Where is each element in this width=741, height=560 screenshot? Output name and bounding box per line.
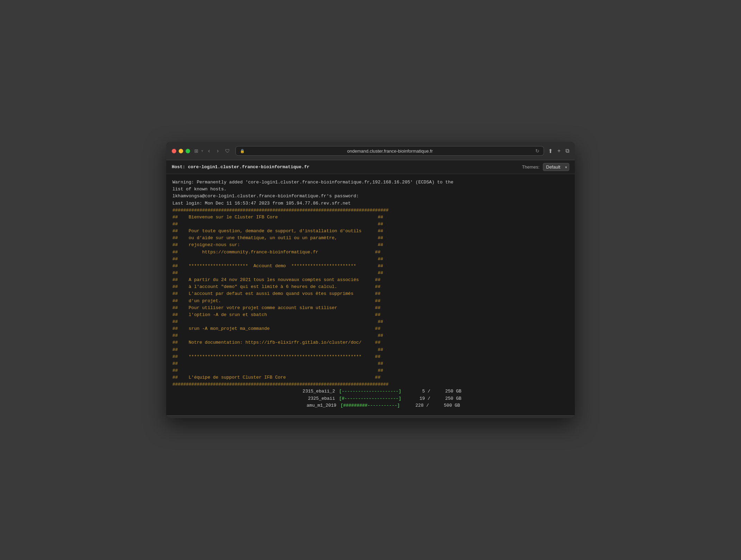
last-login-line: Last login: Mon Dec 11 16:53:47 2023 fro… xyxy=(172,200,569,207)
storage-total-3: 500 GB xyxy=(430,402,460,409)
hash-line-10: ## ## xyxy=(172,270,569,277)
browser-chrome: ⊞ ▾ ‹ › 🛡 🔒 ondemand.cluster.france-bioi… xyxy=(166,142,575,160)
hash-line-11: ## A partir du 24 nov 2021 tous les nouv… xyxy=(172,277,569,283)
sidebar-icon: ⊞ xyxy=(194,148,198,154)
hash-line-9: ## ********************** Account demo *… xyxy=(172,263,569,270)
storage-bar-3: [#########-----------] xyxy=(338,402,400,409)
minimize-button[interactable] xyxy=(179,149,183,153)
reload-icon[interactable]: ↻ xyxy=(535,148,539,154)
hash-line-20: ## Notre documentation: https://ifb-elix… xyxy=(172,339,569,346)
hash-line-24: ## ## xyxy=(172,367,569,374)
hash-line-25: ## L'équipe de support Cluster IFB Core … xyxy=(172,374,569,381)
lock-icon: 🔒 xyxy=(240,149,245,153)
hash-line-4: ## Pour toute question, demande de suppo… xyxy=(172,228,569,235)
warning-line: Warning: Permanently added 'core-login1.… xyxy=(172,179,569,186)
storage-used-2: 19 / xyxy=(403,395,430,402)
hash-line-5: ## ou d'aide sur une thématique, un outi… xyxy=(172,235,569,242)
address-text: ondemand.cluster.france-bioinformatique.… xyxy=(248,148,533,154)
hash-line-23: ## ## xyxy=(172,360,569,367)
hash-line-2: ## Bienvenue sur le Cluster IFB Core ## xyxy=(172,214,569,221)
storage-bar-1: [---------------------] xyxy=(336,388,401,395)
maximize-button[interactable] xyxy=(186,149,190,153)
storage-row-3: amu_m1_2019 [#########-----------] 228 /… xyxy=(172,402,569,409)
forward-button[interactable]: › xyxy=(215,147,221,155)
shield-icon: 🛡 xyxy=(225,148,230,154)
storage-row-2: 2325_ebaii [#--------------------] 19 / … xyxy=(172,395,569,402)
hash-line-17: ## ## xyxy=(172,318,569,325)
new-tab-icon[interactable]: + xyxy=(557,148,561,154)
browser-window: ⊞ ▾ ‹ › 🛡 🔒 ondemand.cluster.france-bioi… xyxy=(166,142,575,418)
hash-line-13: ## L'account par defaut est aussi demo q… xyxy=(172,290,569,297)
host-label: Host: core-login1.cluster.france-bioinfo… xyxy=(172,164,310,170)
hash-line-12: ## à l'account "demo" qui est limité à 6… xyxy=(172,283,569,290)
hash-line-7: ## https://community.france-bioinformati… xyxy=(172,249,569,256)
hash-line-21: ## ## xyxy=(172,346,569,353)
browser-actions: ⬆ + ⧉ xyxy=(548,148,569,154)
hash-line-6: ## rejoignez-nous sur: ## xyxy=(172,242,569,249)
hash-line-3: ## ## xyxy=(172,221,569,228)
themes-label: Themes: xyxy=(522,164,539,170)
hash-line-19: ## ## xyxy=(172,332,569,339)
hash-line-1: ########################################… xyxy=(172,207,569,214)
storage-row-1: 2315_ebaii_2 [---------------------] 5 /… xyxy=(172,388,569,395)
known-hosts-line: list of known hosts. xyxy=(172,186,569,193)
storage-name-2: 2325_ebaii xyxy=(279,395,335,402)
hash-line-22: ## *************************************… xyxy=(172,353,569,360)
storage-used-1: 5 / xyxy=(403,388,430,395)
storage-name-1: 2315_ebaii_2 xyxy=(279,388,335,395)
themes-select-wrapper[interactable]: Default xyxy=(543,163,569,171)
hash-line-18: ## srun -A mon_projet ma_commande ## xyxy=(172,325,569,332)
password-line: lkhamvongsa@core-login1.cluster.france-b… xyxy=(172,193,569,200)
address-bar[interactable]: 🔒 ondemand.cluster.france-bioinformatiqu… xyxy=(235,146,544,156)
share-icon[interactable]: ⬆ xyxy=(548,148,553,154)
nav-controls: ⊞ ▾ ‹ › xyxy=(194,147,221,155)
hash-line-26: ########################################… xyxy=(172,381,569,388)
traffic-lights xyxy=(172,149,190,153)
hash-line-15: ## Pour utiliser votre projet comme acco… xyxy=(172,305,569,311)
themes-area: Themes: Default xyxy=(522,163,569,171)
terminal-body: Warning: Permanently added 'core-login1.… xyxy=(166,174,575,415)
sidebar-divider: ▾ xyxy=(201,148,203,153)
back-button[interactable]: ‹ xyxy=(206,147,212,155)
storage-name-3: amu_m1_2019 xyxy=(281,402,336,409)
close-button[interactable] xyxy=(172,149,176,153)
windows-icon[interactable]: ⧉ xyxy=(565,148,569,154)
storage-used-3: 228 / xyxy=(401,402,429,409)
hash-line-8: ## ## xyxy=(172,256,569,263)
storage-bar-2: [#--------------------] xyxy=(336,395,401,402)
terminal-header: Host: core-login1.cluster.france-bioinfo… xyxy=(166,160,575,174)
hash-line-14: ## d'un projet. ## xyxy=(172,298,569,305)
storage-total-1: 250 GB xyxy=(432,388,462,395)
storage-total-2: 250 GB xyxy=(432,395,462,402)
hash-line-16: ## l'option -A de srun et sbatch ## xyxy=(172,311,569,318)
themes-select[interactable]: Default xyxy=(543,163,569,171)
window-bottom xyxy=(166,415,575,418)
